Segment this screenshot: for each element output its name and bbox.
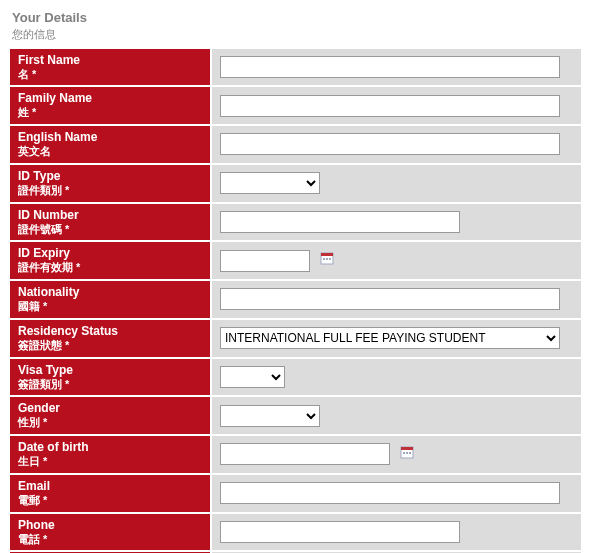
label-nationality: Nationality 國籍 * bbox=[10, 281, 210, 318]
label-email-zh: 電郵 * bbox=[18, 494, 202, 508]
input-idExpiry[interactable] bbox=[220, 250, 310, 272]
label-familyName: Family Name 姓 * bbox=[10, 87, 210, 124]
label-firstName-zh: 名 * bbox=[18, 68, 202, 82]
label-idNumber-zh: 證件號碼 * bbox=[18, 223, 202, 237]
svg-rect-8 bbox=[406, 452, 408, 454]
label-idNumber: ID Number 證件號碼 * bbox=[10, 204, 210, 241]
select-residencyStatus[interactable]: INTERNATIONAL FULL FEE PAYING STUDENT bbox=[220, 327, 560, 349]
section-header: Your Details 您的信息 bbox=[8, 8, 583, 45]
label-visaType-zh: 簽證類別 * bbox=[18, 378, 202, 392]
label-dob-en: Date of birth bbox=[18, 440, 89, 454]
svg-rect-6 bbox=[401, 447, 413, 450]
calendar-icon[interactable] bbox=[320, 251, 334, 269]
select-visaType[interactable] bbox=[220, 366, 285, 388]
label-gender-en: Gender bbox=[18, 401, 60, 415]
select-idType[interactable] bbox=[220, 172, 320, 194]
label-idType-en: ID Type bbox=[18, 169, 60, 183]
section-title-zh: 您的信息 bbox=[12, 28, 56, 40]
label-email: Email 電郵 * bbox=[10, 475, 210, 512]
input-familyName[interactable] bbox=[220, 95, 560, 117]
label-dob: Date of birth 生日 * bbox=[10, 436, 210, 473]
label-idExpiry-en: ID Expiry bbox=[18, 246, 70, 260]
label-email-en: Email bbox=[18, 479, 50, 493]
label-englishName-en: English Name bbox=[18, 130, 97, 144]
input-englishName[interactable] bbox=[220, 133, 560, 155]
label-idExpiry-zh: 證件有效期 * bbox=[18, 261, 202, 275]
label-residencyStatus-zh: 簽證狀態 * bbox=[18, 339, 202, 353]
label-englishName-zh: 英文名 bbox=[18, 145, 202, 159]
label-dob-zh: 生日 * bbox=[18, 455, 202, 469]
label-nationality-en: Nationality bbox=[18, 285, 79, 299]
your-details-form: First Name 名 * Family Name 姓 * English N… bbox=[8, 47, 583, 554]
svg-rect-1 bbox=[321, 253, 333, 256]
label-englishName: English Name 英文名 bbox=[10, 126, 210, 163]
input-phone[interactable] bbox=[220, 521, 460, 543]
label-familyName-en: Family Name bbox=[18, 91, 92, 105]
label-firstName-en: First Name bbox=[18, 53, 80, 67]
label-phone-zh: 電話 * bbox=[18, 533, 202, 547]
label-idType: ID Type 證件類別 * bbox=[10, 165, 210, 202]
label-firstName: First Name 名 * bbox=[10, 49, 210, 86]
label-gender: Gender 性別 * bbox=[10, 397, 210, 434]
label-residencyStatus-en: Residency Status bbox=[18, 324, 118, 338]
label-nationality-zh: 國籍 * bbox=[18, 300, 202, 314]
label-visaType-en: Visa Type bbox=[18, 363, 73, 377]
label-familyName-zh: 姓 * bbox=[18, 106, 202, 120]
svg-rect-3 bbox=[326, 258, 328, 260]
label-phone: Phone 電話 * bbox=[10, 514, 210, 551]
svg-rect-2 bbox=[323, 258, 325, 260]
label-phone-en: Phone bbox=[18, 518, 55, 532]
svg-rect-9 bbox=[409, 452, 411, 454]
label-visaType: Visa Type 簽證類別 * bbox=[10, 359, 210, 396]
input-dob[interactable] bbox=[220, 443, 390, 465]
input-email[interactable] bbox=[220, 482, 560, 504]
label-gender-zh: 性別 * bbox=[18, 416, 202, 430]
label-idExpiry: ID Expiry 證件有效期 * bbox=[10, 242, 210, 279]
section-title-en: Your Details bbox=[12, 10, 87, 25]
label-idType-zh: 證件類別 * bbox=[18, 184, 202, 198]
label-idNumber-en: ID Number bbox=[18, 208, 79, 222]
label-residencyStatus: Residency Status 簽證狀態 * bbox=[10, 320, 210, 357]
select-gender[interactable] bbox=[220, 405, 320, 427]
input-idNumber[interactable] bbox=[220, 211, 460, 233]
calendar-icon[interactable] bbox=[400, 445, 414, 463]
svg-rect-4 bbox=[329, 258, 331, 260]
svg-rect-7 bbox=[403, 452, 405, 454]
input-firstName[interactable] bbox=[220, 56, 560, 78]
input-nationality[interactable] bbox=[220, 288, 560, 310]
